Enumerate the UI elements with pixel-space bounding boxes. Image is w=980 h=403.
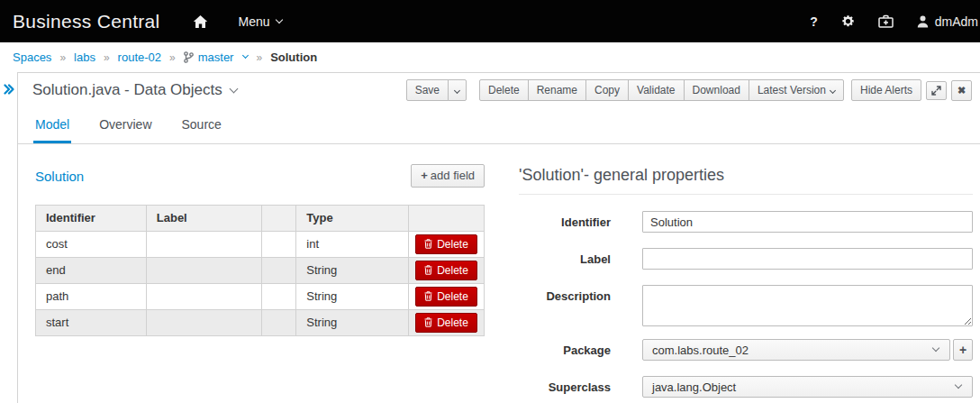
rename-button[interactable]: Rename xyxy=(528,79,586,101)
properties-form: Identifier Label Description Package xyxy=(519,211,973,398)
description-label: Description xyxy=(519,285,611,303)
cell-label[interactable] xyxy=(146,257,262,283)
cell-identifier[interactable]: cost xyxy=(36,231,147,257)
left-rail xyxy=(0,72,17,403)
delete-field-label: Delete xyxy=(437,264,468,277)
fields-column: Solution +add field Identifier Label Typ… xyxy=(18,144,485,403)
latest-version-label: Latest Version xyxy=(758,84,826,96)
trash-icon xyxy=(424,265,432,275)
column-header-type[interactable]: Type xyxy=(296,205,409,231)
superclass-select[interactable]: java.lang.Object xyxy=(642,376,973,398)
package-select[interactable]: com.labs.route_02 xyxy=(642,339,950,361)
page-title-label: Solution.java - Data Objects xyxy=(32,81,222,99)
cell-actions: Delete xyxy=(408,309,484,335)
download-button[interactable]: Download xyxy=(684,79,749,101)
breadcrumb: Spaces » labs » route-02 » master » Solu… xyxy=(0,42,980,72)
menu-button[interactable]: Menu xyxy=(239,14,282,29)
latest-version-button[interactable]: Latest Version xyxy=(749,79,844,101)
maximize-button[interactable] xyxy=(926,81,947,100)
package-label: Package xyxy=(519,343,611,357)
cell-actions: Delete xyxy=(408,257,484,283)
cell-label[interactable] xyxy=(146,283,262,309)
tab-model[interactable]: Model xyxy=(33,109,71,143)
top-navbar: Business Central Menu ? dmAdm xyxy=(0,0,980,42)
fields-table: Identifier Label Type cost int xyxy=(35,205,485,336)
model-editor-body: Solution +add field Identifier Label Typ… xyxy=(18,144,980,403)
cell-label[interactable] xyxy=(146,309,262,335)
cell-type[interactable]: String xyxy=(296,309,409,335)
editor-title-row: Solution.java - Data Objects Save Delete… xyxy=(18,73,980,105)
delete-field-button[interactable]: Delete xyxy=(415,234,477,254)
user-menu[interactable]: dmAdm xyxy=(917,14,978,29)
column-header-label[interactable]: Label xyxy=(146,205,262,231)
branch-selector[interactable]: master xyxy=(184,50,249,64)
column-header-identifier[interactable]: Identifier xyxy=(36,205,147,231)
chevron-down-icon xyxy=(454,87,460,94)
cell-actions: Delete xyxy=(408,283,484,309)
properties-column: 'Solution'- general properties Identifie… xyxy=(519,144,980,403)
save-button[interactable]: Save xyxy=(406,79,449,101)
cell-identifier[interactable]: start xyxy=(36,309,147,335)
close-button[interactable]: ✖ xyxy=(951,80,972,101)
tab-overview[interactable]: Overview xyxy=(97,109,153,143)
form-row-package: Package com.labs.route_02 + xyxy=(519,339,973,361)
properties-heading: 'Solution'- general properties xyxy=(519,166,973,195)
breadcrumb-spaces[interactable]: Spaces xyxy=(13,50,51,64)
delete-field-button[interactable]: Delete xyxy=(415,287,477,307)
tab-source[interactable]: Source xyxy=(180,109,223,143)
identifier-input[interactable] xyxy=(642,211,973,233)
delete-field-label: Delete xyxy=(437,316,468,329)
user-name: dmAdm xyxy=(935,14,978,29)
description-textarea[interactable] xyxy=(642,285,973,326)
delete-button[interactable]: Delete xyxy=(479,79,529,101)
cell-empty xyxy=(262,257,296,283)
table-row[interactable]: cost int Delete xyxy=(36,231,485,257)
copy-button[interactable]: Copy xyxy=(585,79,629,101)
add-field-button[interactable]: +add field xyxy=(411,164,485,188)
add-field-label: add field xyxy=(431,169,475,182)
cell-identifier[interactable]: path xyxy=(36,283,147,309)
table-row[interactable]: end String Delete xyxy=(36,257,485,283)
object-name-link[interactable]: Solution xyxy=(35,169,84,184)
asset-actions-group: Delete Rename Copy Validate Download Lat… xyxy=(479,79,844,101)
cell-label[interactable] xyxy=(146,231,262,257)
chevron-down-icon xyxy=(932,344,939,352)
breadcrumb-space-labs[interactable]: labs xyxy=(74,50,95,64)
chevron-down-icon xyxy=(275,15,282,23)
save-options-button[interactable] xyxy=(448,79,467,101)
plus-icon: + xyxy=(421,169,428,182)
cell-type[interactable]: String xyxy=(296,283,409,309)
cell-empty xyxy=(262,309,296,335)
delete-field-label: Delete xyxy=(437,290,468,303)
table-row[interactable]: path String Delete xyxy=(36,283,485,309)
expand-panel-icon[interactable] xyxy=(4,82,14,98)
label-input[interactable] xyxy=(642,248,973,270)
breadcrumb-separator: » xyxy=(104,51,110,64)
form-row-identifier: Identifier xyxy=(519,211,973,233)
help-icon[interactable]: ? xyxy=(810,14,818,29)
cell-type[interactable]: int xyxy=(296,231,409,257)
validate-button[interactable]: Validate xyxy=(628,79,684,101)
superclass-select-value: java.lang.Object xyxy=(652,380,736,394)
cell-identifier[interactable]: end xyxy=(36,257,147,283)
toolbox-icon[interactable] xyxy=(878,14,894,28)
content-area: Solution.java - Data Objects Save Delete… xyxy=(0,72,980,403)
breadcrumb-asset: Solution xyxy=(270,50,317,64)
table-row[interactable]: start String Delete xyxy=(36,309,485,335)
superclass-label: Superclass xyxy=(519,380,611,394)
cell-type[interactable]: String xyxy=(296,257,409,283)
cell-empty xyxy=(262,283,296,309)
breadcrumb-branch: master xyxy=(198,50,234,64)
home-icon[interactable] xyxy=(193,14,208,29)
delete-field-button[interactable]: Delete xyxy=(415,313,477,333)
add-package-button[interactable]: + xyxy=(953,339,973,361)
code-branch-icon xyxy=(184,51,194,63)
gear-icon[interactable] xyxy=(841,14,855,28)
page-title[interactable]: Solution.java - Data Objects xyxy=(32,81,237,99)
breadcrumb-project[interactable]: route-02 xyxy=(118,50,161,64)
hide-alerts-button[interactable]: Hide Alerts xyxy=(851,79,921,101)
menu-label: Menu xyxy=(239,14,270,29)
column-header-empty xyxy=(262,205,296,231)
brand-logo[interactable]: Business Central xyxy=(0,11,160,32)
delete-field-button[interactable]: Delete xyxy=(415,261,477,280)
